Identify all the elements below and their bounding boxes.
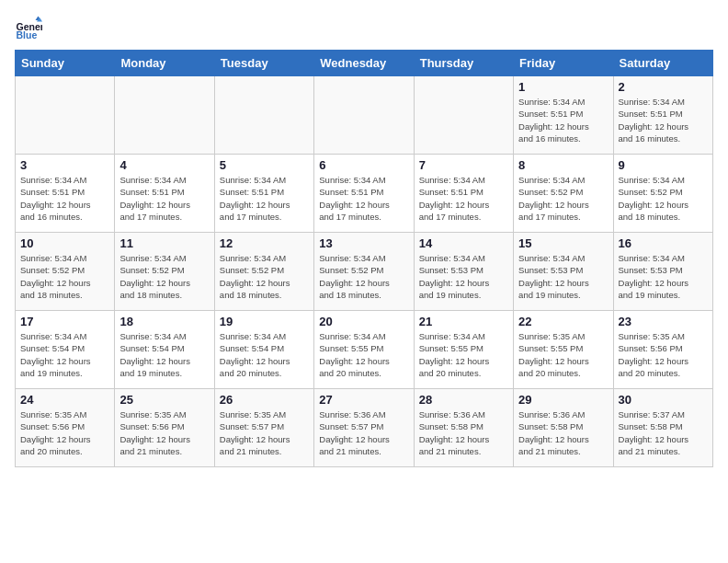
calendar-cell: 18Sunrise: 5:34 AM Sunset: 5:54 PM Dayli… [115,311,214,389]
calendar-cell [314,76,414,155]
day-number: 15 [518,236,608,250]
logo: General Blue [15,15,46,42]
day-info: Sunrise: 5:34 AM Sunset: 5:53 PM Dayligh… [619,252,708,301]
day-number: 4 [119,158,209,172]
calendar-cell: 13Sunrise: 5:34 AM Sunset: 5:52 PM Dayli… [314,233,414,311]
day-number: 26 [220,393,309,407]
day-info: Sunrise: 5:36 AM Sunset: 5:58 PM Dayligh… [518,408,608,457]
day-info: Sunrise: 5:34 AM Sunset: 5:52 PM Dayligh… [119,252,209,301]
day-info: Sunrise: 5:34 AM Sunset: 5:52 PM Dayligh… [20,252,109,301]
header-monday: Monday [115,51,214,76]
day-number: 3 [20,158,109,172]
day-info: Sunrise: 5:34 AM Sunset: 5:51 PM Dayligh… [119,174,209,223]
day-number: 21 [419,315,508,328]
day-info: Sunrise: 5:36 AM Sunset: 5:58 PM Dayligh… [419,408,508,457]
calendar-cell: 23Sunrise: 5:35 AM Sunset: 5:56 PM Dayli… [613,311,712,389]
calendar-cell: 8Sunrise: 5:34 AM Sunset: 5:52 PM Daylig… [514,155,613,233]
header-sunday: Sunday [16,51,115,76]
day-info: Sunrise: 5:34 AM Sunset: 5:55 PM Dayligh… [319,330,408,379]
calendar-week-5: 24Sunrise: 5:35 AM Sunset: 5:56 PM Dayli… [16,389,713,467]
header-wednesday: Wednesday [314,51,414,76]
day-number: 10 [20,236,109,250]
calendar-week-4: 17Sunrise: 5:34 AM Sunset: 5:54 PM Dayli… [16,311,713,389]
calendar-week-2: 3Sunrise: 5:34 AM Sunset: 5:51 PM Daylig… [16,155,713,233]
calendar-cell: 1Sunrise: 5:34 AM Sunset: 5:51 PM Daylig… [514,76,613,155]
calendar-cell: 9Sunrise: 5:34 AM Sunset: 5:52 PM Daylig… [613,155,712,233]
day-info: Sunrise: 5:35 AM Sunset: 5:57 PM Dayligh… [220,408,309,457]
day-info: Sunrise: 5:34 AM Sunset: 5:52 PM Dayligh… [319,252,408,301]
calendar-cell: 3Sunrise: 5:34 AM Sunset: 5:51 PM Daylig… [16,155,115,233]
day-number: 17 [20,315,109,328]
day-number: 2 [619,80,708,94]
day-info: Sunrise: 5:34 AM Sunset: 5:54 PM Dayligh… [20,330,109,379]
calendar-cell [115,76,214,155]
day-info: Sunrise: 5:34 AM Sunset: 5:53 PM Dayligh… [518,252,608,301]
calendar-cell: 5Sunrise: 5:34 AM Sunset: 5:51 PM Daylig… [214,155,313,233]
calendar-cell: 22Sunrise: 5:35 AM Sunset: 5:55 PM Dayli… [514,311,613,389]
day-number: 23 [619,315,708,328]
calendar-cell: 21Sunrise: 5:34 AM Sunset: 5:55 PM Dayli… [414,311,513,389]
day-info: Sunrise: 5:35 AM Sunset: 5:56 PM Dayligh… [619,330,708,379]
day-number: 11 [119,236,209,250]
logo-icon: General Blue [15,15,42,42]
day-info: Sunrise: 5:34 AM Sunset: 5:51 PM Dayligh… [518,96,608,144]
header-saturday: Saturday [613,51,712,76]
calendar-cell: 27Sunrise: 5:36 AM Sunset: 5:57 PM Dayli… [314,389,414,467]
day-number: 12 [220,236,309,250]
calendar-cell: 25Sunrise: 5:35 AM Sunset: 5:56 PM Dayli… [115,389,214,467]
calendar-cell: 11Sunrise: 5:34 AM Sunset: 5:52 PM Dayli… [115,233,214,311]
day-info: Sunrise: 5:34 AM Sunset: 5:51 PM Dayligh… [220,174,309,223]
day-number: 27 [319,393,408,407]
day-info: Sunrise: 5:35 AM Sunset: 5:56 PM Dayligh… [119,408,209,457]
day-info: Sunrise: 5:34 AM Sunset: 5:54 PM Dayligh… [119,330,209,379]
calendar-cell: 4Sunrise: 5:34 AM Sunset: 5:51 PM Daylig… [115,155,214,233]
calendar-cell: 28Sunrise: 5:36 AM Sunset: 5:58 PM Dayli… [414,389,513,467]
day-info: Sunrise: 5:34 AM Sunset: 5:51 PM Dayligh… [619,96,708,144]
day-number: 25 [119,393,209,407]
day-number: 24 [20,393,109,407]
header-friday: Friday [514,51,613,76]
header-thursday: Thursday [414,51,513,76]
calendar-cell [214,76,313,155]
calendar-cell: 7Sunrise: 5:34 AM Sunset: 5:51 PM Daylig… [414,155,513,233]
day-info: Sunrise: 5:34 AM Sunset: 5:53 PM Dayligh… [419,252,508,301]
day-number: 13 [319,236,408,250]
day-info: Sunrise: 5:35 AM Sunset: 5:56 PM Dayligh… [20,408,109,457]
calendar-cell: 20Sunrise: 5:34 AM Sunset: 5:55 PM Dayli… [314,311,414,389]
calendar-week-1: 1Sunrise: 5:34 AM Sunset: 5:51 PM Daylig… [16,76,713,155]
calendar-cell: 29Sunrise: 5:36 AM Sunset: 5:58 PM Dayli… [514,389,613,467]
day-number: 6 [319,158,408,172]
day-number: 20 [319,315,408,328]
day-info: Sunrise: 5:34 AM Sunset: 5:54 PM Dayligh… [220,330,309,379]
calendar-cell: 19Sunrise: 5:34 AM Sunset: 5:54 PM Dayli… [214,311,313,389]
day-info: Sunrise: 5:34 AM Sunset: 5:52 PM Dayligh… [619,174,708,223]
day-number: 19 [220,315,309,328]
day-info: Sunrise: 5:35 AM Sunset: 5:55 PM Dayligh… [518,330,608,379]
calendar-cell [16,76,115,155]
calendar-cell: 2Sunrise: 5:34 AM Sunset: 5:51 PM Daylig… [613,76,712,155]
day-number: 30 [619,393,708,407]
day-number: 8 [518,158,608,172]
calendar-cell: 26Sunrise: 5:35 AM Sunset: 5:57 PM Dayli… [214,389,313,467]
calendar-week-3: 10Sunrise: 5:34 AM Sunset: 5:52 PM Dayli… [16,233,713,311]
calendar-cell: 6Sunrise: 5:34 AM Sunset: 5:51 PM Daylig… [314,155,414,233]
day-info: Sunrise: 5:37 AM Sunset: 5:58 PM Dayligh… [619,408,708,457]
svg-text:Blue: Blue [17,29,38,40]
day-number: 14 [419,236,508,250]
day-number: 16 [619,236,708,250]
day-number: 22 [518,315,608,328]
calendar-table: SundayMondayTuesdayWednesdayThursdayFrid… [15,50,713,467]
calendar-cell: 15Sunrise: 5:34 AM Sunset: 5:53 PM Dayli… [514,233,613,311]
calendar-cell: 14Sunrise: 5:34 AM Sunset: 5:53 PM Dayli… [414,233,513,311]
day-number: 28 [419,393,508,407]
calendar-header-row: SundayMondayTuesdayWednesdayThursdayFrid… [16,51,713,76]
day-number: 9 [619,158,708,172]
calendar-cell: 10Sunrise: 5:34 AM Sunset: 5:52 PM Dayli… [16,233,115,311]
day-number: 29 [518,393,608,407]
day-info: Sunrise: 5:34 AM Sunset: 5:51 PM Dayligh… [20,174,109,223]
day-info: Sunrise: 5:36 AM Sunset: 5:57 PM Dayligh… [319,408,408,457]
calendar-cell: 24Sunrise: 5:35 AM Sunset: 5:56 PM Dayli… [16,389,115,467]
calendar-cell: 16Sunrise: 5:34 AM Sunset: 5:53 PM Dayli… [613,233,712,311]
day-info: Sunrise: 5:34 AM Sunset: 5:55 PM Dayligh… [419,330,508,379]
page-header: General Blue [15,15,713,42]
